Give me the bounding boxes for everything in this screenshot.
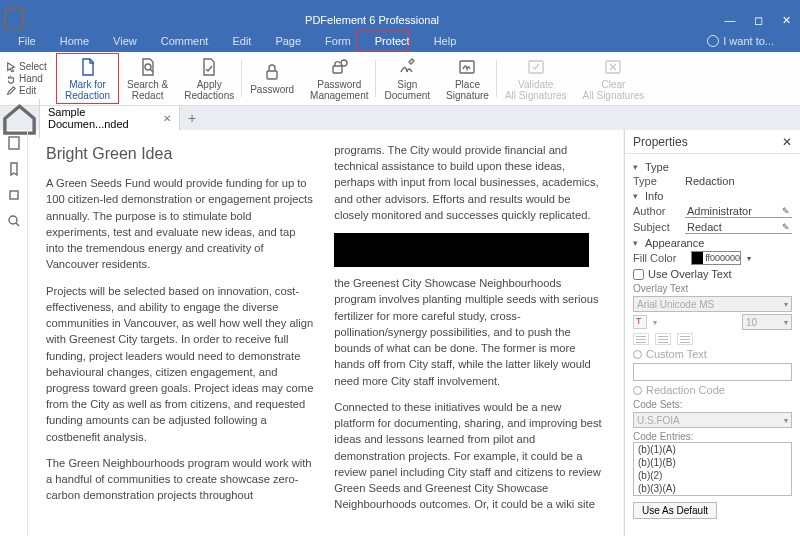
menu-form[interactable]: Form [313,30,363,52]
menu-edit[interactable]: Edit [220,30,263,52]
list-item[interactable]: (b)(1)(B) [634,456,791,469]
custom-text-input[interactable] [633,363,792,381]
search-panel-icon[interactable] [7,214,21,228]
align-right-button[interactable] [677,333,693,345]
redaction-mark[interactable] [334,233,589,267]
close-properties-icon[interactable]: ✕ [782,135,792,149]
menu-protect[interactable]: Protect [363,30,422,52]
redaction-code-radio[interactable]: Redaction Code [633,384,792,396]
subject-field[interactable]: Redact✎ [685,220,792,234]
tool-hand[interactable]: Hand [6,73,56,84]
password-button[interactable]: Password [242,52,302,105]
minimize-button[interactable]: — [716,10,744,30]
i-want-to[interactable]: I want to... [707,35,774,47]
mark-for-redaction-button[interactable]: Mark for Redaction [56,53,119,104]
subject-label: Subject [633,221,679,233]
menu-comment[interactable]: Comment [149,30,221,52]
sign-document-button[interactable]: Sign Document [376,52,438,105]
document-tab-label: Sample Documen...nded [48,106,157,130]
list-item[interactable]: (b)(2) [634,469,791,482]
author-field[interactable]: Administrator✎ [685,204,792,218]
attachments-icon[interactable] [7,188,21,202]
svg-rect-0 [5,9,23,30]
document-scrollbar[interactable] [623,130,624,536]
thumbnails-icon[interactable] [7,136,21,150]
align-center-button[interactable] [655,333,671,345]
align-left-button[interactable] [633,333,649,345]
properties-panel-title: Properties [633,135,688,149]
document-tab[interactable]: Sample Documen...nded ✕ [40,106,180,130]
use-overlay-text-checkbox[interactable] [633,269,644,280]
type-value: Redaction [685,175,735,187]
apply-redactions-button[interactable]: Apply Redactions [176,52,242,105]
custom-text-radio[interactable]: Custom Text [633,348,792,360]
password-management-button[interactable]: Password Management [302,52,376,105]
maximize-button[interactable]: ◻ [744,10,772,30]
code-sets-dropdown[interactable]: U.S.FOIA [633,412,792,428]
overlay-size-dropdown[interactable]: 10 [742,314,792,330]
type-label: Type [633,175,679,187]
dropdown-icon[interactable]: ▾ [747,254,751,263]
doc-paragraph: Connected to these initiatives would be … [334,399,604,513]
menu-file[interactable]: File [6,30,48,52]
appearance-section-header[interactable]: Appearance [633,237,792,249]
menu-home[interactable]: Home [48,30,101,52]
overlay-text-label: Overlay Text [633,283,792,294]
doc-paragraph: programs. The City would provide financi… [334,142,604,223]
type-section-header[interactable]: Type [633,161,792,173]
doc-paragraph: the Greenest City Showcase Neighbourhood… [334,275,604,389]
svg-point-4 [341,60,347,66]
validate-all-signatures-button[interactable]: Validate All Signatures [497,52,575,105]
app-title: PDFelement 6 Professional [28,14,716,26]
bookmarks-icon[interactable] [7,162,21,176]
clear-all-signatures-button[interactable]: Clear All Signatures [575,52,653,105]
doc-heading: Bright Green Idea [46,142,316,165]
close-tab-icon[interactable]: ✕ [163,113,171,124]
list-item[interactable]: (b)(1)(A) [634,443,791,456]
svg-rect-3 [333,66,342,73]
svg-point-10 [9,216,17,224]
code-entries-label: Code Entries: [633,431,792,442]
tool-edit[interactable]: Edit [6,85,56,96]
code-entries-list[interactable]: (b)(1)(A) (b)(1)(B) (b)(2) (b)(3)(A) [633,442,792,496]
svg-rect-8 [9,137,19,149]
use-as-default-button[interactable]: Use As Default [633,502,717,519]
search-redact-button[interactable]: Search & Redact [119,52,176,105]
info-section-header[interactable]: Info [633,190,792,202]
place-signature-button[interactable]: Place Signature [438,52,497,105]
use-overlay-text-label: Use Overlay Text [648,268,732,280]
doc-paragraph: A Green Seeds Fund would provide funding… [46,175,316,272]
svg-rect-9 [10,191,18,199]
new-tab-button[interactable]: + [180,110,204,126]
doc-paragraph: The Green Neighbourhoods program would w… [46,455,316,504]
list-item[interactable]: (b)(3)(A) [634,482,791,495]
overlay-color-button[interactable] [633,315,647,329]
fill-color-swatch[interactable]: ff000000 [691,251,741,265]
document-page: Bright Green Idea A Green Seeds Fund wou… [28,130,623,536]
close-button[interactable]: ✕ [772,10,800,30]
menu-page[interactable]: Page [263,30,313,52]
code-sets-label: Code Sets: [633,399,792,410]
tool-select[interactable]: Select [6,61,56,72]
doc-paragraph: Projects will be selected based on innov… [46,283,316,445]
svg-rect-2 [267,71,277,79]
fill-color-label: Fill Color [633,252,685,264]
author-label: Author [633,205,679,217]
menu-help[interactable]: Help [422,30,469,52]
menu-view[interactable]: View [101,30,149,52]
overlay-font-dropdown[interactable]: Arial Unicode MS [633,296,792,312]
